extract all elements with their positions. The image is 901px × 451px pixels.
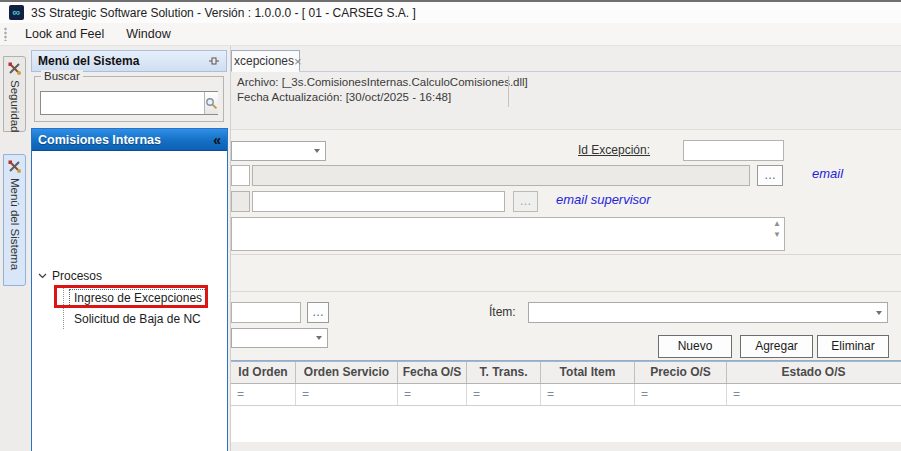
search-icon — [205, 97, 218, 110]
search-group: Buscar — [34, 76, 224, 122]
collapse-chevrons-icon[interactable]: « — [213, 133, 221, 147]
filter-cell[interactable]: = — [296, 384, 398, 405]
dock-panel-menu-del-sistema: Menú del Sistema Buscar — [29, 46, 231, 451]
column-header-fecha-os[interactable]: Fecha O/S — [398, 362, 467, 383]
id-exception-input[interactable] — [683, 140, 784, 161]
tree-item-solicitud-de-baja-de-nc[interactable]: Solicitud de Baja de NC — [70, 308, 227, 329]
column-header-precio-os[interactable]: Precio O/S — [635, 362, 727, 383]
dock-panel-header[interactable]: Menú del Sistema — [31, 50, 227, 72]
filter-cell[interactable]: = — [541, 384, 635, 405]
column-header-id-orden[interactable]: Id Orden — [231, 362, 296, 383]
tree-item-ingreso-de-excepciones[interactable]: Ingreso de Excepciones — [70, 287, 227, 308]
supervisor-lookup-button[interactable]: … — [513, 191, 538, 212]
grid-header-row: Id Orden Orden Servicio Fecha O/S T. Tra… — [231, 361, 901, 384]
memo-scrollbar: ▲ ▼ — [773, 220, 781, 239]
observations-textarea[interactable]: ▲ ▼ — [231, 217, 785, 251]
item-combobox[interactable] — [528, 302, 888, 323]
tree-children: Ingreso de Excepciones Solicitud de Baja… — [63, 287, 227, 329]
menu-window[interactable]: Window — [115, 23, 181, 45]
grid-filter-row: = = = = = = = — [231, 384, 901, 406]
application-window: ∞ 3S Strategic Software Solution - Versi… — [0, 0, 901, 451]
order-number-input[interactable] — [231, 302, 301, 323]
search-button[interactable] — [204, 92, 218, 114]
close-icon[interactable]: × — [294, 55, 302, 68]
menu-tree: Procesos Ingreso de Excepciones Solicitu… — [32, 151, 227, 329]
chevron-down-icon — [876, 311, 882, 315]
chevron-down-icon — [314, 149, 320, 153]
supervisor-code-input[interactable] — [231, 191, 250, 212]
email-supervisor-label[interactable]: email supervisor — [556, 192, 651, 207]
search-box — [40, 91, 218, 115]
menu-look-and-feel[interactable]: Look and Feel — [14, 23, 115, 45]
logo-glyph: ∞ — [13, 7, 21, 18]
pin-icon[interactable] — [208, 55, 220, 67]
chevron-down-icon[interactable] — [38, 273, 47, 279]
tab-ingreso-de-excepciones[interactable]: xcepciones × — [231, 50, 300, 72]
side-tab-strip: Seguridad Menú del Sistema — [0, 46, 29, 451]
filter-cell[interactable]: = — [635, 384, 727, 405]
tree-item-label: Solicitud de Baja de NC — [70, 311, 205, 327]
tab-label: xcepciones — [234, 54, 294, 68]
column-header-orden-servicio[interactable]: Orden Servicio — [296, 362, 398, 383]
menubar: Look and Feel Window — [0, 23, 901, 46]
tools-icon — [7, 159, 22, 174]
window-title: 3S Strategic Software Solution - Versión… — [31, 6, 416, 20]
module-updated-info: Fecha Actualización: [30/oct/2025 - 16:4… — [231, 89, 901, 104]
scroll-down-icon[interactable]: ▼ — [773, 231, 781, 239]
titlebar: ∞ 3S Strategic Software Solution - Versi… — [0, 2, 901, 23]
nav-panel-comisiones-internas: Comisiones Internas « Procesos Ingreso d… — [31, 128, 228, 451]
tree-item-label: Ingreso de Excepciones — [70, 290, 206, 306]
side-tab-seguridad[interactable]: Seguridad — [3, 56, 26, 132]
section-divider — [231, 291, 901, 292]
nav-panel-header: Comisiones Internas « — [32, 129, 227, 151]
side-tab-menu-del-sistema[interactable]: Menú del Sistema — [3, 154, 26, 286]
scroll-up-icon[interactable]: ▲ — [773, 220, 781, 228]
id-exception-label: Id Excepción: — [578, 143, 650, 157]
app-logo-icon: ∞ — [9, 5, 24, 20]
filter-cell[interactable]: = — [231, 384, 296, 405]
search-input[interactable] — [41, 92, 204, 114]
type-combobox[interactable] — [231, 141, 326, 161]
add-button[interactable]: Agregar — [740, 335, 813, 358]
order-lookup-button[interactable]: … — [307, 302, 329, 323]
document-tabstrip: xcepciones × — [231, 50, 901, 72]
filter-cell[interactable]: = — [727, 384, 900, 405]
secondary-combobox[interactable] — [231, 328, 328, 348]
grid-empty-body[interactable] — [231, 406, 901, 442]
employee-code-input[interactable] — [231, 165, 250, 186]
tools-icon — [7, 61, 22, 76]
new-button[interactable]: Nuevo — [658, 335, 732, 358]
module-file-info: Archivo: [_3s.ComisionesInternas.Calculo… — [231, 74, 901, 89]
nav-panel-title: Comisiones Internas — [38, 133, 161, 147]
tree-node-procesos[interactable]: Procesos — [38, 267, 227, 285]
section-divider — [231, 254, 901, 255]
chevron-down-icon — [316, 336, 322, 340]
delete-button[interactable]: Eliminar — [817, 335, 889, 358]
email-label[interactable]: email — [812, 166, 843, 181]
info-separator — [508, 76, 509, 107]
orders-grid: Id Orden Orden Servicio Fecha O/S T. Tra… — [231, 360, 901, 442]
employee-name-field[interactable] — [252, 165, 750, 186]
filter-cell[interactable]: = — [398, 384, 467, 405]
column-header-t-trans[interactable]: T. Trans. — [467, 362, 541, 383]
item-label: Ítem: — [489, 305, 516, 319]
column-header-total-item[interactable]: Total Item — [541, 362, 635, 383]
nav-tree-body: Procesos Ingreso de Excepciones Solicitu… — [32, 151, 227, 451]
side-tab-label: Menú del Sistema — [9, 178, 21, 270]
supervisor-name-field[interactable] — [252, 191, 505, 212]
filter-cell[interactable]: = — [467, 384, 541, 405]
side-tab-label: Seguridad — [9, 80, 21, 132]
employee-lookup-button[interactable]: … — [757, 165, 783, 186]
dock-panel-title: Menú del Sistema — [38, 54, 139, 68]
search-group-label: Buscar — [41, 70, 83, 82]
module-infobar: Archivo: [_3s.ComisionesInternas.Calculo… — [231, 74, 901, 128]
column-header-estado-os[interactable]: Estado O/S — [727, 362, 900, 383]
menu-grip-handle[interactable] — [4, 27, 7, 41]
tree-node-label: Procesos — [52, 269, 102, 283]
